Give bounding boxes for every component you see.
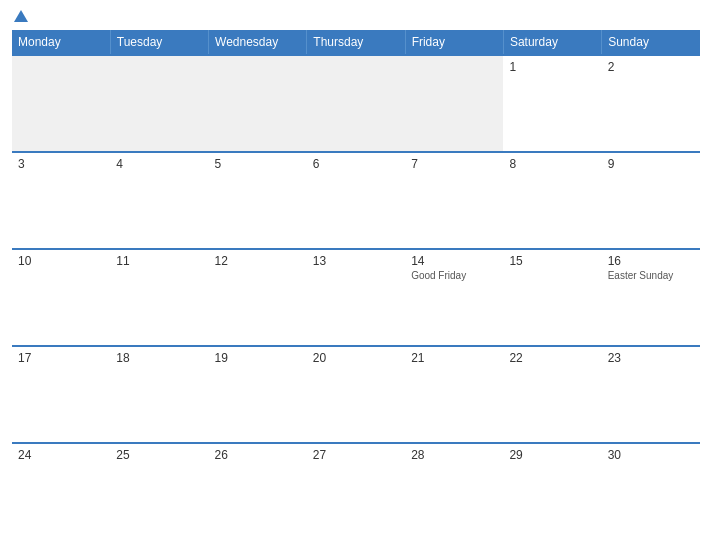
day-number: 3 bbox=[18, 157, 104, 171]
calendar-week-3: 1011121314Good Friday1516Easter Sunday bbox=[12, 249, 700, 346]
calendar-cell: 21 bbox=[405, 346, 503, 443]
calendar-cell: 29 bbox=[503, 443, 601, 540]
calendar-cell: 27 bbox=[307, 443, 405, 540]
day-number: 21 bbox=[411, 351, 497, 365]
calendar-cell bbox=[307, 55, 405, 152]
calendar-table: MondayTuesdayWednesdayThursdayFridaySatu… bbox=[12, 30, 700, 540]
weekday-header-friday: Friday bbox=[405, 30, 503, 55]
day-number: 27 bbox=[313, 448, 399, 462]
day-number: 25 bbox=[116, 448, 202, 462]
day-number: 29 bbox=[509, 448, 595, 462]
day-number: 10 bbox=[18, 254, 104, 268]
calendar-cell: 11 bbox=[110, 249, 208, 346]
weekday-header-thursday: Thursday bbox=[307, 30, 405, 55]
calendar-cell: 25 bbox=[110, 443, 208, 540]
calendar-cell: 9 bbox=[602, 152, 700, 249]
weekday-header-sunday: Sunday bbox=[602, 30, 700, 55]
svg-marker-0 bbox=[14, 10, 28, 22]
day-number: 6 bbox=[313, 157, 399, 171]
weekday-header-monday: Monday bbox=[12, 30, 110, 55]
calendar-cell: 18 bbox=[110, 346, 208, 443]
calendar-cell: 22 bbox=[503, 346, 601, 443]
day-number: 11 bbox=[116, 254, 202, 268]
day-number: 1 bbox=[509, 60, 595, 74]
calendar-cell: 1 bbox=[503, 55, 601, 152]
day-number: 16 bbox=[608, 254, 694, 268]
day-number: 26 bbox=[215, 448, 301, 462]
calendar-cell: 16Easter Sunday bbox=[602, 249, 700, 346]
calendar-week-4: 17181920212223 bbox=[12, 346, 700, 443]
day-number: 24 bbox=[18, 448, 104, 462]
calendar-cell: 10 bbox=[12, 249, 110, 346]
weekday-header-saturday: Saturday bbox=[503, 30, 601, 55]
calendar-cell: 17 bbox=[12, 346, 110, 443]
calendar-cell: 5 bbox=[209, 152, 307, 249]
calendar-cell bbox=[209, 55, 307, 152]
day-number: 12 bbox=[215, 254, 301, 268]
calendar-cell: 19 bbox=[209, 346, 307, 443]
calendar-cell: 28 bbox=[405, 443, 503, 540]
calendar-cell bbox=[110, 55, 208, 152]
calendar-header: MondayTuesdayWednesdayThursdayFridaySatu… bbox=[12, 30, 700, 55]
calendar-cell: 20 bbox=[307, 346, 405, 443]
calendar-cell: 26 bbox=[209, 443, 307, 540]
calendar-cell: 2 bbox=[602, 55, 700, 152]
calendar-cell: 8 bbox=[503, 152, 601, 249]
logo-triangle-icon bbox=[14, 10, 28, 22]
calendar-cell bbox=[405, 55, 503, 152]
calendar-cell: 24 bbox=[12, 443, 110, 540]
day-number: 23 bbox=[608, 351, 694, 365]
holiday-name: Good Friday bbox=[411, 270, 497, 281]
calendar-cell: 4 bbox=[110, 152, 208, 249]
day-number: 28 bbox=[411, 448, 497, 462]
calendar-cell: 12 bbox=[209, 249, 307, 346]
calendar-cell: 13 bbox=[307, 249, 405, 346]
calendar-body: 1234567891011121314Good Friday1516Easter… bbox=[12, 55, 700, 540]
calendar-cell: 15 bbox=[503, 249, 601, 346]
calendar-cell: 23 bbox=[602, 346, 700, 443]
day-number: 7 bbox=[411, 157, 497, 171]
header bbox=[12, 10, 700, 22]
day-number: 19 bbox=[215, 351, 301, 365]
calendar-week-2: 3456789 bbox=[12, 152, 700, 249]
weekday-header-tuesday: Tuesday bbox=[110, 30, 208, 55]
day-number: 2 bbox=[608, 60, 694, 74]
day-number: 22 bbox=[509, 351, 595, 365]
calendar-cell: 6 bbox=[307, 152, 405, 249]
calendar-week-1: 12 bbox=[12, 55, 700, 152]
day-number: 9 bbox=[608, 157, 694, 171]
day-number: 8 bbox=[509, 157, 595, 171]
calendar-cell: 14Good Friday bbox=[405, 249, 503, 346]
calendar-week-5: 24252627282930 bbox=[12, 443, 700, 540]
day-number: 15 bbox=[509, 254, 595, 268]
calendar-cell: 7 bbox=[405, 152, 503, 249]
day-number: 17 bbox=[18, 351, 104, 365]
day-number: 5 bbox=[215, 157, 301, 171]
day-number: 4 bbox=[116, 157, 202, 171]
day-number: 13 bbox=[313, 254, 399, 268]
calendar-page: MondayTuesdayWednesdayThursdayFridaySatu… bbox=[0, 0, 712, 550]
weekday-header-wednesday: Wednesday bbox=[209, 30, 307, 55]
day-number: 20 bbox=[313, 351, 399, 365]
day-number: 14 bbox=[411, 254, 497, 268]
calendar-cell bbox=[12, 55, 110, 152]
calendar-cell: 3 bbox=[12, 152, 110, 249]
day-number: 18 bbox=[116, 351, 202, 365]
holiday-name: Easter Sunday bbox=[608, 270, 694, 281]
day-number: 30 bbox=[608, 448, 694, 462]
weekday-row: MondayTuesdayWednesdayThursdayFridaySatu… bbox=[12, 30, 700, 55]
calendar-cell: 30 bbox=[602, 443, 700, 540]
logo bbox=[12, 10, 28, 22]
